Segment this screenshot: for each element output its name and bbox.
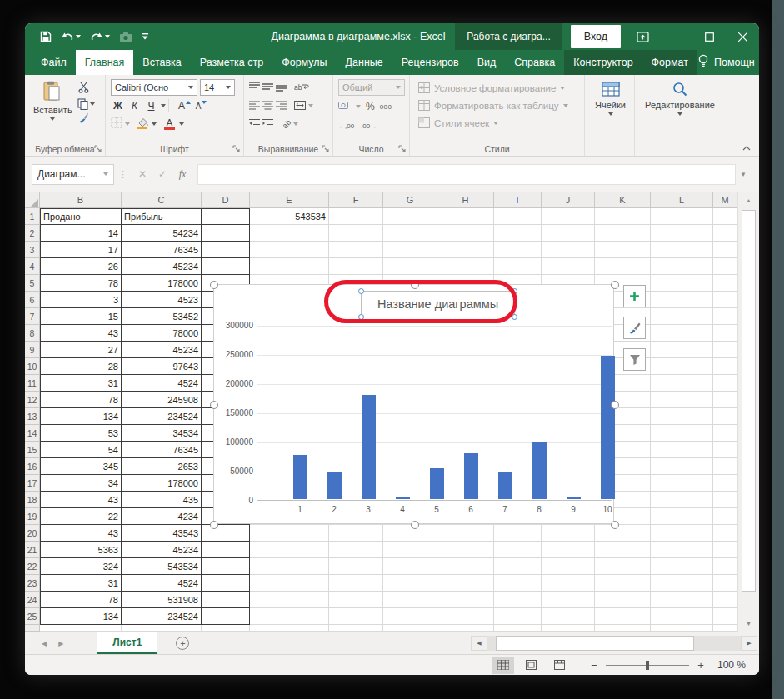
dropdown-arrow-icon[interactable] <box>125 122 130 126</box>
formula-bar-resize-dots[interactable]: ⋮ <box>114 169 132 180</box>
font-name-combo[interactable]: Calibri (Осно <box>111 79 197 96</box>
cell-C25[interactable]: 234524 <box>122 608 202 625</box>
scroll-right-icon[interactable]: ▶ <box>741 636 757 651</box>
dropdown-arrow-icon[interactable] <box>293 122 298 126</box>
cell-I24[interactable] <box>494 592 542 608</box>
zoom-slider-track[interactable] <box>606 665 689 666</box>
align-center-icon[interactable] <box>262 98 273 113</box>
cell-E3[interactable] <box>250 242 329 258</box>
cell-C3[interactable]: 76345 <box>122 242 202 258</box>
cell-M22[interactable] <box>713 558 737 575</box>
page-layout-view-button[interactable] <box>521 657 542 674</box>
cell-F25[interactable] <box>329 608 383 625</box>
dialog-launcher-icon[interactable] <box>322 145 330 153</box>
chart-bar-1[interactable] <box>293 455 307 499</box>
row-header-13[interactable]: 13 <box>25 408 40 425</box>
chart-title-box[interactable]: Название диаграммы <box>361 291 515 317</box>
cell-K26[interactable] <box>595 625 651 632</box>
cell-B13[interactable]: 134 <box>40 408 122 425</box>
column-header-D[interactable]: D <box>202 192 250 208</box>
cell-J20[interactable] <box>542 525 595 542</box>
cell-C19[interactable]: 4234 <box>122 508 202 525</box>
row-header-11[interactable]: 11 <box>25 375 40 392</box>
cell-H24[interactable] <box>437 592 494 608</box>
cell-M12[interactable] <box>713 392 737 408</box>
cell-F20[interactable] <box>329 525 383 542</box>
cell-C14[interactable]: 34534 <box>122 425 202 442</box>
cell-C7[interactable]: 53452 <box>122 308 202 325</box>
cell-C26[interactable] <box>122 625 202 632</box>
cell-L2[interactable] <box>651 225 713 242</box>
cell-L7[interactable] <box>651 308 713 325</box>
horizontal-scrollbar[interactable]: ◀ ▶ <box>471 635 757 652</box>
decrease-indent-icon[interactable] <box>249 117 260 132</box>
cell-G4[interactable] <box>383 258 437 275</box>
cell-B14[interactable]: 53 <box>40 425 122 442</box>
cell-E26[interactable] <box>250 625 329 632</box>
column-header-I[interactable]: I <box>494 192 542 208</box>
cell-B8[interactable]: 43 <box>40 325 122 342</box>
cell-C11[interactable]: 4524 <box>122 375 202 392</box>
close-button[interactable] <box>726 23 759 50</box>
cell-L13[interactable] <box>651 408 713 425</box>
row-header-10[interactable]: 10 <box>25 358 40 375</box>
title-handle[interactable] <box>512 288 517 294</box>
cell-H4[interactable] <box>437 258 494 275</box>
tab-главная[interactable]: Главная <box>76 50 134 75</box>
cell-C12[interactable]: 245908 <box>122 392 202 408</box>
underline-button[interactable]: Ч <box>144 98 158 113</box>
row-header-17[interactable]: 17 <box>25 475 40 492</box>
column-header-K[interactable]: K <box>595 192 651 208</box>
insert-function-icon[interactable]: fx <box>172 168 192 181</box>
select-all-corner[interactable] <box>25 192 40 208</box>
cell-H26[interactable] <box>437 625 494 632</box>
cell-K20[interactable] <box>595 525 651 542</box>
cell-D1[interactable] <box>202 208 250 225</box>
cell-M25[interactable] <box>713 608 737 625</box>
cell-D25[interactable] <box>202 608 250 625</box>
row-header-24[interactable]: 24 <box>25 592 40 608</box>
cell-I3[interactable] <box>494 242 542 258</box>
column-header-G[interactable]: G <box>383 192 437 208</box>
row-header-5[interactable]: 5 <box>25 275 40 292</box>
cell-C8[interactable]: 78000 <box>122 325 202 342</box>
cell-G20[interactable] <box>383 525 437 542</box>
cell-E21[interactable] <box>250 542 329 558</box>
zoom-level-label[interactable]: 100 % <box>717 659 746 671</box>
cell-C18[interactable]: 435 <box>122 492 202 508</box>
cell-B9[interactable]: 27 <box>40 342 122 358</box>
next-sheet-icon[interactable]: ▶ <box>58 640 63 647</box>
row-header-3[interactable]: 3 <box>25 242 40 258</box>
new-sheet-icon[interactable]: + <box>176 637 189 650</box>
cell-K23[interactable] <box>595 575 651 592</box>
cell-M3[interactable] <box>713 242 737 258</box>
cell-M17[interactable] <box>713 475 737 492</box>
cell-G21[interactable] <box>383 542 437 558</box>
cell-C2[interactable]: 54234 <box>122 225 202 242</box>
row-header-16[interactable]: 16 <box>25 458 40 475</box>
cell-M10[interactable] <box>713 358 737 375</box>
cell-E2[interactable] <box>250 225 329 242</box>
italic-button[interactable]: К <box>127 98 142 113</box>
dialog-launcher-icon[interactable] <box>94 145 102 153</box>
paste-button[interactable]: Вставить <box>33 79 72 127</box>
column-header-C[interactable]: C <box>122 192 202 208</box>
sign-in-button[interactable]: Вход <box>571 25 621 48</box>
cell-I25[interactable] <box>494 608 542 625</box>
cell-H1[interactable] <box>437 208 494 225</box>
align-bottom-icon[interactable] <box>276 80 287 95</box>
cell-L8[interactable] <box>651 325 713 342</box>
cell-C21[interactable]: 45234 <box>122 542 202 558</box>
cell-E23[interactable] <box>250 575 329 592</box>
cell-L14[interactable] <box>651 425 713 442</box>
cell-E20[interactable] <box>250 525 329 542</box>
cell-B23[interactable]: 31 <box>40 575 122 592</box>
cell-J22[interactable] <box>542 558 595 575</box>
cell-B24[interactable]: 78 <box>40 592 122 608</box>
normal-view-button[interactable] <box>492 657 514 674</box>
cell-L10[interactable] <box>651 358 713 375</box>
cell-B10[interactable]: 28 <box>40 358 122 375</box>
cell-M11[interactable] <box>713 375 737 392</box>
cell-K22[interactable] <box>595 558 651 575</box>
format-painter-icon[interactable] <box>77 112 95 127</box>
